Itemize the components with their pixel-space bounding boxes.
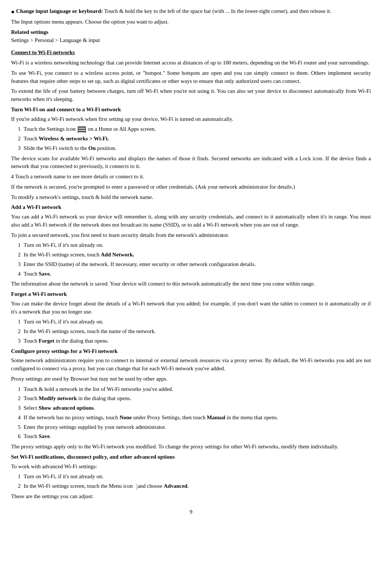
turn-on-step-2: 2 Touch Wireless & networks > Wi-Fi. — [15, 135, 371, 143]
step-2-text: Touch Wireless & networks > Wi-Fi. — [24, 135, 109, 143]
turn-on-after1: The device scans for available Wi-Fi net… — [11, 155, 371, 171]
add-step-4: 4 Touch Save. — [15, 270, 371, 278]
proxy-step-6-text: Touch Save. — [24, 433, 51, 441]
add-intro2: To join a secured network, you first nee… — [11, 231, 371, 239]
proxy-step-6: 6 Touch Save. — [15, 433, 371, 441]
add-step-num-3: 3 — [15, 260, 21, 269]
turn-on-step4: 4 Touch a network name to see more detai… — [11, 173, 371, 181]
step-num-3: 3 — [15, 144, 21, 153]
forget-step-num-3: 3 — [15, 337, 21, 345]
forget-step-num-2: 2 — [15, 328, 21, 336]
settings-icon — [78, 126, 86, 133]
add-step-1-text: Turn on Wi-Fi, if it's not already on. — [24, 241, 104, 249]
advanced-step-1: 1 Turn on Wi-Fi, if it's not already on. — [15, 473, 371, 481]
proxy-step-5-text: Enter the proxy settings supplied by you… — [24, 423, 166, 431]
forget-step-num-1: 1 — [15, 318, 21, 326]
proxy-step-num-1: 1 — [15, 385, 21, 393]
step-num-1: 1 — [15, 125, 21, 133]
add-step-3: 3 Enter the SSID (name) of the network. … — [15, 260, 371, 269]
proxy-step-4-text: If the network has no proxy settings, to… — [24, 414, 278, 422]
proxy-step-2-bold: Modify network — [39, 395, 77, 401]
add-step-1: 1 Turn on Wi-Fi, if it's not already on. — [15, 241, 371, 249]
proxy-step-num-2: 2 — [15, 395, 21, 403]
proxy-step-1-text: Touch & hold a network in the list of Wi… — [24, 385, 173, 393]
add-step-4-bold: Save. — [39, 271, 51, 277]
proxy-step-4-manual: Manual — [207, 414, 225, 420]
proxy-step-3-bold: Show advanced options — [38, 405, 94, 411]
proxy-step-num-6: 6 — [15, 433, 21, 441]
bullet-text: Change input language or keyboard: Touch… — [16, 7, 332, 16]
proxy-step-2-text: Touch Modify network in the dialog that … — [24, 395, 131, 403]
related-settings-label: Related settings — [11, 28, 371, 36]
forget-step-3: 3 Touch Forget in the dialog that opens. — [15, 337, 371, 345]
language-input-section: ● Change input language or keyboard: Tou… — [11, 7, 371, 44]
bullet-dot: ● — [11, 7, 15, 16]
turn-on-after2: If the network is secured, you're prompt… — [11, 183, 371, 191]
proxy-step-5: 5 Enter the proxy settings supplied by y… — [15, 423, 371, 431]
add-wifi-heading: Add a Wi-Fi network — [11, 203, 371, 211]
bullet-item-language: ● Change input language or keyboard: Tou… — [11, 7, 371, 16]
step-3-bold: On — [88, 145, 96, 151]
proxy-step-3: 3 Select Show advanced options. — [15, 404, 371, 412]
turn-on-step-1: 1 Touch the Settings icon on a Home or A… — [15, 125, 371, 133]
advanced-step-2: 2 In the Wi-Fi settings screen, touch th… — [15, 482, 371, 490]
forget-step-1-text: Turn on Wi-Fi, if it's not already on. — [24, 318, 104, 326]
forget-steps: 1 Turn on Wi-Fi, if it's not already on.… — [15, 318, 371, 345]
forget-step-3-bold: Forget — [39, 338, 54, 344]
add-step-num-2: 2 — [15, 251, 21, 259]
proxy-step-6-bold: Save — [39, 433, 50, 439]
add-steps: 1 Turn on Wi-Fi, if it's not already on.… — [15, 241, 371, 278]
proxy-intro2: Proxy settings are used by Browser but m… — [11, 375, 371, 383]
wifi-intro1: Wi-Fi is a wireless networking technolog… — [11, 59, 371, 67]
add-step-num-4: 4 — [15, 270, 21, 278]
advanced-intro: To work with advanced Wi-Fi settings: — [11, 463, 371, 471]
proxy-step-1: 1 Touch & hold a network in the list of … — [15, 385, 371, 393]
proxy-after1: The proxy settings apply only to the Wi-… — [11, 443, 371, 451]
bullet-regular-text: Touch & hold the key to the left of the … — [104, 8, 332, 14]
add-intro1: You can add a Wi-Fi network so your devi… — [11, 213, 371, 229]
settings-path: Settings > Personal > Language & input — [11, 36, 371, 45]
forget-step-2-text: In the Wi-Fi settings screen, touch the … — [24, 328, 156, 336]
proxy-step-num-5: 5 — [15, 423, 21, 431]
turn-on-step-3: 3 Slide the Wi-Fi switch to the On posit… — [15, 144, 371, 153]
proxy-step-4: 4 If the network has no proxy settings, … — [15, 414, 371, 422]
forget-wifi-heading: Forget a Wi-Fi network — [11, 290, 371, 298]
wifi-intro3: To extend the life of your battery betwe… — [11, 87, 371, 104]
page-number: 9 — [11, 508, 371, 516]
input-options-text: The Input options menu appears. Choose t… — [11, 18, 371, 26]
proxy-step-num-4: 4 — [15, 414, 21, 422]
turn-on-intro: If you're adding a Wi-Fi network when fi… — [11, 115, 371, 123]
add-step-2: 2 In the Wi-Fi settings screen, touch Ad… — [15, 251, 371, 259]
advanced-steps: 1 Turn on Wi-Fi, if it's not already on.… — [15, 473, 371, 490]
step-2-bold: Wireless & networks > Wi-Fi. — [39, 136, 109, 141]
advanced-step-2-bold: Advanced — [164, 483, 187, 489]
forget-step-3-text: Touch Forget in the dialog that opens. — [24, 337, 109, 345]
add-step-4-text: Touch Save. — [24, 270, 51, 278]
wifi-section: Connect to Wi-Fi networks Wi-Fi is a wir… — [11, 49, 371, 500]
forget-intro: You can make the device forget about the… — [11, 300, 371, 316]
step-num-2: 2 — [15, 135, 21, 143]
proxy-step-4-none: None — [119, 414, 132, 420]
forget-step-2: 2 In the Wi-Fi settings screen, touch th… — [15, 328, 371, 336]
step-3-text: Slide the Wi-Fi switch to the On positio… — [24, 144, 116, 153]
proxy-step-num-3: 3 — [15, 404, 21, 412]
proxy-step-2: 2 Touch Modify network in the dialog tha… — [15, 395, 371, 403]
forget-step-1: 1 Turn on Wi-Fi, if it's not already on. — [15, 318, 371, 326]
add-step-2-text: In the Wi-Fi settings screen, touch Add … — [24, 251, 134, 259]
bullet-bold-text: Change input language or keyboard: — [16, 8, 103, 14]
turn-on-heading: Turn Wi-Fi on and connect to a Wi-Fi net… — [11, 106, 371, 114]
add-step-num-1: 1 — [15, 241, 21, 249]
turn-on-steps: 1 Touch the Settings icon on a Home or A… — [15, 125, 371, 152]
advanced-step-2-text: In the Wi-Fi settings screen, touch the … — [24, 482, 189, 490]
page-content: ● Change input language or keyboard: Tou… — [11, 7, 371, 516]
wifi-intro2: To use Wi-Fi, you connect to a wireless … — [11, 69, 371, 85]
advanced-step-1-text: Turn on Wi-Fi, if it's not already on. — [24, 473, 104, 481]
proxy-steps: 1 Touch & hold a network in the list of … — [15, 385, 371, 441]
advanced-step-num-2: 2 — [15, 482, 21, 490]
proxy-heading: Configure proxy settings for a Wi-Fi net… — [11, 347, 371, 356]
wifi-main-heading: Connect to Wi-Fi networks — [11, 49, 371, 57]
advanced-after1: These are the settings you can adjust: — [11, 493, 371, 501]
add-after1: The information about the network is sav… — [11, 280, 371, 288]
advanced-heading: Set Wi-Fi notifications, disconnect poli… — [11, 453, 371, 461]
menu-icon: ⋮ — [134, 483, 136, 490]
